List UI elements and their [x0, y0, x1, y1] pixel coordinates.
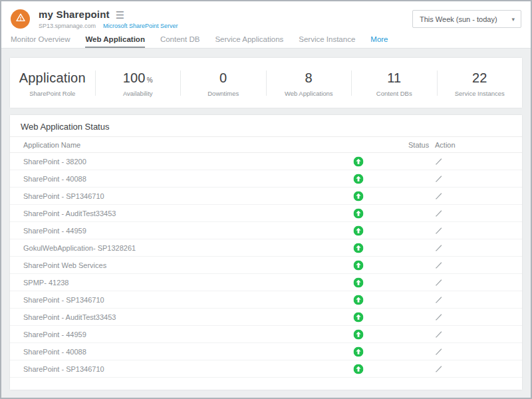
application-name: SharePoint - SP1346710	[10, 296, 104, 304]
application-name: SharePoint Web Services	[10, 261, 106, 269]
table-body: SharePoint - 38200 SharePoint - 40088	[10, 153, 522, 378]
stat-web-applications: 8 Web Applications	[267, 69, 352, 97]
card-title: Web Application Status	[10, 115, 522, 137]
table-header-row: Application Name Status Action	[10, 137, 522, 153]
pencil-icon[interactable]	[433, 312, 444, 323]
warning-triangle-icon	[15, 13, 26, 25]
application-name: SPMP- 41238	[10, 279, 68, 287]
application-name: SharePoint - 40088	[10, 175, 86, 183]
table-row: SharePoint - AuditTest33453	[10, 205, 522, 222]
status-up-icon	[354, 295, 364, 305]
tab-more[interactable]: More	[370, 35, 388, 48]
pencil-icon[interactable]	[433, 243, 444, 253]
app-window: my Sharepoint ☰ SP13.spmanage.com Micros…	[0, 0, 532, 399]
pencil-icon[interactable]	[433, 346, 444, 357]
table-row: SharePoint - SP1346710	[10, 360, 522, 378]
status-up-icon	[354, 156, 364, 166]
web-application-status-card: Web Application Status Application Name …	[10, 115, 522, 390]
tab-web-application[interactable]: Web Application	[85, 35, 144, 48]
stat-value: Application	[10, 70, 95, 86]
status-up-icon	[354, 364, 364, 374]
status-up-icon	[354, 243, 364, 253]
stat-value: 22	[438, 70, 523, 86]
status-up-icon	[354, 329, 364, 339]
percent-unit: %	[147, 76, 153, 84]
application-name: SharePoint - AuditTest33453	[10, 313, 116, 321]
chevron-down-icon: ▾	[511, 16, 521, 23]
application-name: SharePoint - SP1346710	[10, 192, 104, 200]
time-range-select[interactable]: This Week (sun - today) ▾	[412, 10, 521, 28]
stat-label: Content DBs	[352, 90, 437, 97]
pencil-icon[interactable]	[433, 364, 444, 374]
table-row: SharePoint - 40088	[10, 170, 522, 188]
brand-block: my Sharepoint ☰ SP13.spmanage.com Micros…	[39, 9, 178, 29]
table-row: SharePoint - SP1346710	[10, 188, 522, 205]
table-row: SharePoint - 44959	[10, 326, 522, 343]
tab-service-instance[interactable]: Service Instance	[299, 35, 355, 48]
pencil-icon[interactable]	[433, 295, 444, 305]
stat-content-dbs: 11 Content DBs	[352, 69, 437, 97]
column-header-action: Action	[435, 141, 456, 149]
pencil-icon[interactable]	[433, 208, 444, 219]
time-range-value: This Week (sun - today)	[413, 15, 511, 23]
pencil-icon[interactable]	[433, 174, 444, 184]
status-up-icon	[354, 346, 364, 356]
table-row: SharePoint - AuditTest33453	[10, 309, 522, 326]
stat-availability: 100% Availability	[96, 69, 181, 97]
application-name: GokulWebApplication- SP1328261	[10, 244, 136, 252]
table-row: SharePoint Web Services	[10, 257, 522, 274]
table-row: SharePoint - 38200	[10, 153, 522, 170]
stat-label: Service Instances	[438, 90, 523, 97]
summary-stats-card: Application SharePoint Role 100% Availab…	[10, 58, 522, 108]
pencil-icon[interactable]	[433, 225, 444, 236]
application-name: SharePoint - AuditTest33453	[10, 209, 116, 217]
column-header-application-name: Application Name	[10, 141, 80, 149]
host-name: SP13.spmanage.com	[39, 23, 96, 29]
pencil-icon[interactable]	[433, 277, 444, 288]
stat-downtimes: 0 Downtimes	[181, 69, 266, 97]
application-name: SharePoint - 44959	[10, 331, 86, 338]
application-name: SharePoint - 40088	[10, 348, 86, 356]
stat-sharepoint-role: Application SharePoint Role	[10, 69, 95, 97]
content-area: Application SharePoint Role 100% Availab…	[1, 49, 531, 399]
status-up-icon	[354, 312, 364, 322]
status-up-icon	[354, 208, 364, 218]
tab-bar: Monitor Overview Web Application Content…	[1, 33, 531, 49]
application-name: SharePoint - SP1346710	[10, 365, 104, 373]
stat-value: 0	[181, 70, 266, 86]
stat-value: 100%	[96, 70, 181, 86]
table-row: SPMP- 41238	[10, 274, 522, 291]
table-row: SharePoint - 40088	[10, 343, 522, 360]
status-up-icon	[354, 225, 364, 235]
table-row: SharePoint - SP1346710	[10, 291, 522, 309]
stat-label: Availability	[96, 90, 181, 97]
stat-label: Downtimes	[181, 90, 266, 97]
stat-label: SharePoint Role	[10, 90, 95, 97]
status-up-icon	[354, 277, 364, 287]
pencil-icon[interactable]	[433, 260, 444, 271]
page-title: my Sharepoint	[39, 9, 110, 20]
status-up-icon	[354, 174, 364, 184]
tab-monitor-overview[interactable]: Monitor Overview	[11, 35, 70, 48]
stat-service-instances: 22 Service Instances	[438, 69, 523, 97]
pencil-icon[interactable]	[433, 191, 444, 201]
top-header: my Sharepoint ☰ SP13.spmanage.com Micros…	[1, 1, 531, 33]
tab-content-db[interactable]: Content DB	[160, 35, 200, 48]
pencil-icon[interactable]	[433, 329, 444, 340]
stat-value: 11	[352, 70, 437, 86]
stat-label: Web Applications	[267, 90, 352, 97]
status-up-icon	[354, 260, 364, 270]
table-row: SharePoint - 44959	[10, 222, 522, 239]
stat-value: 8	[267, 70, 352, 86]
monitor-status-icon	[11, 9, 30, 29]
column-header-status: Status	[408, 141, 429, 149]
application-name: SharePoint - 44959	[10, 227, 86, 235]
tab-service-applications[interactable]: Service Applications	[215, 35, 283, 48]
hamburger-icon[interactable]: ☰	[116, 10, 124, 20]
application-name: SharePoint - 38200	[10, 158, 86, 166]
server-type-link[interactable]: Microsoft SharePoint Server	[103, 23, 178, 29]
status-up-icon	[354, 191, 364, 201]
table-row: GokulWebApplication- SP1328261	[10, 239, 522, 257]
pencil-icon[interactable]	[433, 156, 444, 167]
